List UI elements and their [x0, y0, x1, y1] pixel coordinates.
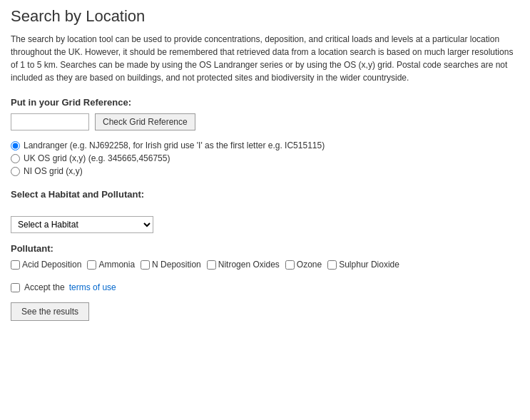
- page-description: The search by location tool can be used …: [11, 33, 519, 84]
- see-results-button[interactable]: See the results: [11, 302, 89, 321]
- check-grid-reference-button[interactable]: Check Grid Reference: [95, 113, 195, 130]
- accept-row: Accept the terms of use: [11, 282, 519, 292]
- page-title: Search by Location: [11, 7, 519, 26]
- pollutant-so2-checkbox[interactable]: [327, 260, 337, 270]
- pollutant-ammonia-checkbox[interactable]: [87, 260, 96, 270]
- pollutant-so2[interactable]: Sulphur Dioxide: [327, 260, 399, 270]
- pollutant-ammonia[interactable]: Ammonia: [87, 260, 135, 270]
- radio-uk-os-input[interactable]: [11, 154, 20, 163]
- pollutant-ammonia-label: Ammonia: [98, 260, 135, 270]
- pollutant-acid-dep-label: Acid Deposition: [22, 260, 81, 270]
- habitat-section: Select a Habitat and Pollutant: Select a…: [11, 189, 519, 233]
- radio-landranger-label: Landranger (e.g. NJ692258, for Irish gri…: [24, 140, 325, 150]
- pollutant-n-dep[interactable]: N Deposition: [141, 260, 201, 270]
- accept-terms-label: Accept the: [24, 282, 65, 292]
- pollutant-ozone-checkbox[interactable]: [285, 260, 295, 270]
- pollutant-so2-label: Sulphur Dioxide: [339, 260, 399, 270]
- pollutant-nox-checkbox[interactable]: [207, 260, 216, 270]
- radio-ni-os-label: NI OS grid (x,y): [24, 166, 83, 176]
- radio-uk-os[interactable]: UK OS grid (x,y) (e.g. 345665,456755): [11, 153, 519, 163]
- pollutant-ozone[interactable]: Ozone: [285, 260, 322, 270]
- grid-type-radio-group: Landranger (e.g. NJ692258, for Irish gri…: [11, 140, 519, 176]
- pollutant-n-dep-label: N Deposition: [152, 260, 201, 270]
- radio-uk-os-label: UK OS grid (x,y) (e.g. 345665,456755): [24, 153, 170, 163]
- radio-ni-os-input[interactable]: [11, 167, 20, 176]
- radio-ni-os[interactable]: NI OS grid (x,y): [11, 166, 519, 176]
- radio-landranger[interactable]: Landranger (e.g. NJ692258, for Irish gri…: [11, 140, 519, 150]
- grid-ref-row: Check Grid Reference: [11, 113, 519, 130]
- grid-ref-input[interactable]: [11, 113, 89, 130]
- radio-landranger-input[interactable]: [11, 141, 20, 150]
- pollutant-label: Pollutant:: [11, 243, 519, 254]
- accept-terms-checkbox[interactable]: [11, 283, 20, 292]
- pollutant-acid-dep-checkbox[interactable]: [11, 260, 20, 270]
- pollutant-nox-label: Nitrogen Oxides: [218, 260, 280, 270]
- pollutant-list: Acid Deposition Ammonia N Deposition Nit…: [11, 260, 519, 270]
- habitat-select[interactable]: Select a HabitatArableBroadleaved, Mixed…: [11, 216, 153, 233]
- pollutant-n-dep-checkbox[interactable]: [141, 260, 150, 270]
- pollutant-nox[interactable]: Nitrogen Oxides: [207, 260, 280, 270]
- pollutant-section: Pollutant: Acid Deposition Ammonia N Dep…: [11, 243, 519, 270]
- terms-of-use-link[interactable]: terms of use: [69, 282, 116, 292]
- pollutant-acid-dep[interactable]: Acid Deposition: [11, 260, 81, 270]
- grid-ref-section-label: Put in your Grid Reference:: [11, 97, 519, 108]
- habitat-section-label: Select a Habitat and Pollutant:: [11, 189, 519, 200]
- pollutant-ozone-label: Ozone: [297, 260, 322, 270]
